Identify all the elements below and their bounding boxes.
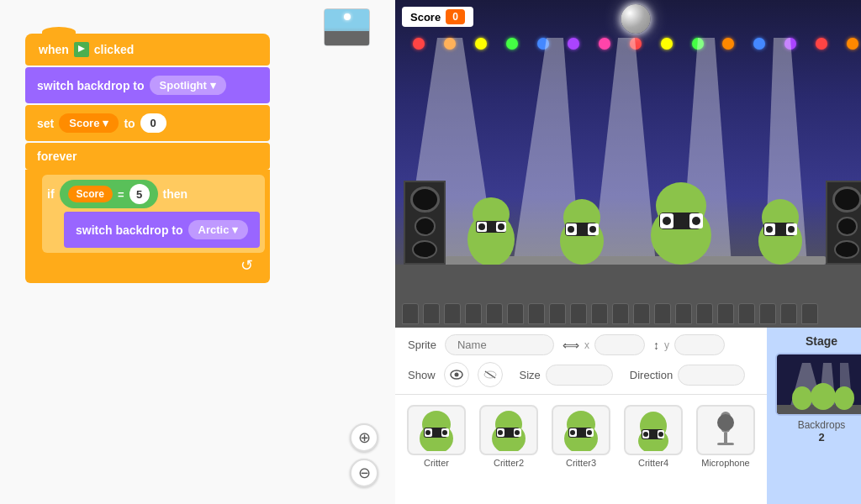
chair [423, 303, 440, 324]
chair [591, 303, 608, 324]
score-dropdown-arrow[interactable]: ▾ [103, 117, 108, 129]
chair [402, 303, 419, 324]
monsters-row [395, 181, 861, 265]
forever-body: if Score = 5 then [25, 170, 270, 283]
sprite-list-item[interactable]: Critter2 [476, 402, 541, 471]
svg-point-51 [515, 430, 520, 435]
y-arrow-icon: ↕ [653, 339, 659, 352]
svg-marker-0 [78, 45, 85, 52]
when-label: when [39, 43, 69, 56]
sprite-list-item[interactable]: Critter4 [621, 402, 686, 471]
spotlight-pill[interactable]: Spotlight ▾ [150, 76, 226, 95]
score-display: Score 0 [402, 7, 473, 27]
svg-point-77 [834, 386, 854, 410]
svg-point-58 [587, 430, 592, 435]
svg-point-44 [442, 430, 447, 435]
monster-4 [753, 197, 808, 265]
chair [444, 303, 461, 324]
chair [633, 303, 650, 324]
score-label: Score [410, 11, 441, 24]
sprite-list-item[interactable]: Critter3 [548, 402, 614, 471]
chair [675, 303, 692, 324]
show-eye-button[interactable] [444, 362, 469, 387]
svg-rect-67 [717, 414, 734, 431]
sprite-item-name: Critter4 [638, 458, 668, 468]
forever-block-wrapper: forever if Score = [25, 143, 270, 283]
stage-panel: Stage Backdrops 2 [767, 328, 861, 504]
dropdown-arrow-2[interactable]: ▾ [232, 223, 238, 236]
spotlight-scene: Score 0 [395, 0, 861, 328]
condition-value[interactable]: 5 [129, 184, 150, 204]
svg-rect-68 [724, 433, 727, 443]
chair [465, 303, 482, 324]
block-stack: when clicked switch backdrop to Spotligh… [25, 34, 270, 283]
condition-block[interactable]: Score = 5 [60, 180, 158, 208]
right-panel: Score 0 [395, 0, 861, 504]
sprite-list-item[interactable]: Critter [404, 402, 469, 471]
monster-1 [464, 197, 519, 265]
stage-thumb-image [777, 354, 861, 414]
sprite-list-item[interactable]: Microphone [693, 402, 758, 471]
stage-thumbnail-panel[interactable] [775, 353, 861, 416]
chair [780, 303, 797, 324]
sprite-item-name: Critter [424, 458, 449, 468]
score-badge: 0 [446, 9, 465, 24]
size-input[interactable] [546, 365, 613, 386]
direction-label: Direction [630, 369, 673, 381]
size-group: Size [520, 365, 613, 386]
dropdown-arrow-1[interactable]: ▾ [210, 79, 216, 92]
sprite-name-input[interactable] [445, 334, 554, 355]
hide-eye-button[interactable] [478, 362, 503, 387]
audience-area [395, 265, 861, 328]
zoom-out-button[interactable]: ⊖ [350, 459, 378, 487]
sprite-thumbnail [624, 405, 683, 455]
zoom-in-button[interactable]: ⊕ [350, 423, 378, 452]
score-value-pill[interactable]: 0 [140, 113, 166, 133]
chair [612, 303, 629, 324]
switch-backdrop-block-2[interactable]: switch backdrop to Arctic ▾ [64, 212, 260, 248]
arctic-pill[interactable]: Arctic ▾ [188, 220, 249, 239]
chair [717, 303, 734, 324]
sprite-item-name: Microphone [701, 458, 749, 468]
svg-point-18 [568, 226, 574, 233]
hat-block[interactable]: when clicked [25, 34, 270, 66]
direction-input[interactable] [678, 365, 745, 386]
set-label: set [37, 117, 54, 130]
score-pill[interactable]: Score ▾ [59, 113, 119, 133]
direction-group: Direction [630, 365, 745, 386]
arctic-value: Arctic [198, 223, 230, 236]
x-input[interactable] [594, 334, 645, 355]
sprite-name-row: Sprite ⟺ x ↕ y [408, 334, 754, 355]
set-score-block[interactable]: set Score ▾ to 0 [25, 105, 270, 141]
sprite-item-name: Critter3 [566, 458, 596, 468]
forever-label: forever [37, 150, 77, 163]
to-label: to [124, 117, 135, 130]
switch-backdrop-block-1[interactable]: switch backdrop to Spotlight ▾ [25, 67, 270, 103]
svg-rect-69 [717, 443, 734, 445]
if-body: switch backdrop to Arctic ▾ [47, 208, 260, 248]
sprite-thumbnail [479, 405, 538, 455]
x-coord-group: ⟺ x [563, 334, 645, 355]
chair [801, 303, 818, 324]
backdrop-label-1: switch backdrop to [37, 79, 145, 92]
score-zero: 0 [151, 117, 156, 129]
svg-point-57 [570, 430, 575, 435]
svg-point-32 [766, 226, 773, 233]
chair-row [402, 303, 818, 324]
zoom-in-icon: ⊕ [358, 428, 371, 447]
y-input[interactable] [674, 334, 725, 355]
score-condition-pill[interactable]: Score [68, 186, 113, 202]
forever-inner: if Score = 5 then [42, 175, 265, 253]
sprite-thumbnail [407, 405, 466, 455]
chair [486, 303, 503, 324]
monster-3 [646, 181, 717, 265]
x-arrow-icon: ⟺ [563, 339, 579, 352]
show-row: Show Size Direction [408, 362, 754, 387]
chair [759, 303, 776, 324]
chair [570, 303, 587, 324]
forever-header[interactable]: forever [25, 143, 270, 170]
chair [738, 303, 755, 324]
condition-variable: Score [77, 188, 104, 200]
if-row: if Score = 5 then [47, 180, 260, 208]
zoom-out-icon: ⊖ [358, 464, 371, 482]
